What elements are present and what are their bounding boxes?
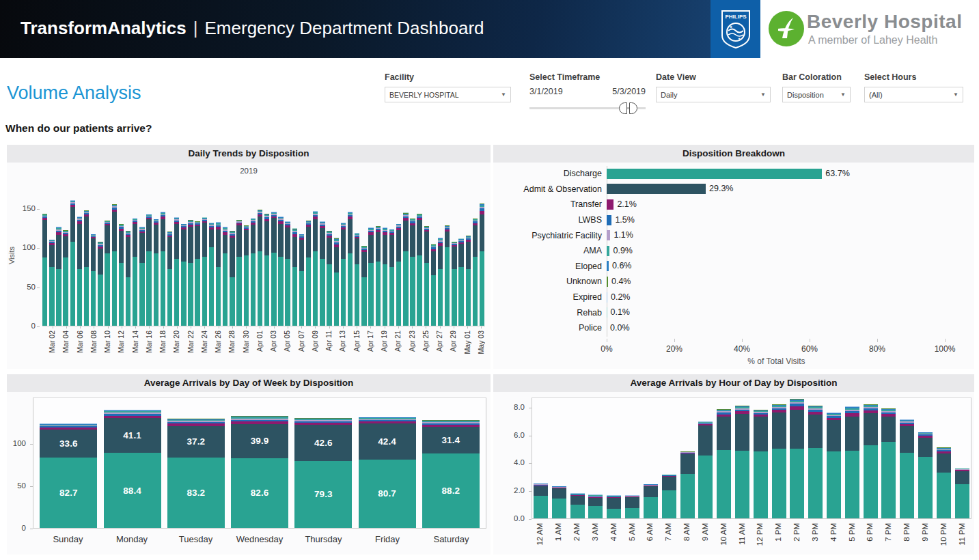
bar-segment-admit-observation[interactable] (417, 220, 422, 255)
bar-segment-admit-observation[interactable] (955, 471, 969, 484)
stacked-bar[interactable] (91, 234, 96, 326)
bar-segment-admit-observation[interactable] (278, 224, 283, 257)
bar-segment-discharge[interactable] (251, 253, 256, 326)
stacked-bar[interactable]: 82.733.6 (40, 423, 97, 528)
bar-segment-admit-observation[interactable] (161, 219, 165, 251)
bar-segment-admit-observation[interactable] (126, 237, 130, 277)
bar-segment-admit-observation[interactable] (105, 225, 109, 253)
stacked-bar[interactable] (133, 219, 137, 326)
bar-segment-discharge[interactable] (139, 263, 144, 326)
bar-segment-discharge[interactable] (772, 449, 786, 518)
bar-segment-discharge[interactable] (126, 277, 130, 326)
stacked-bar[interactable]: 82.639.9 (231, 416, 288, 528)
bar-segment-discharge[interactable] (285, 259, 290, 326)
bar-segment-admit-observation[interactable] (174, 224, 179, 260)
stacked-bar[interactable] (698, 421, 713, 518)
stacked-bar[interactable] (146, 214, 151, 326)
bar-segment-admit-observation[interactable] (376, 232, 381, 262)
stacked-bar[interactable] (313, 211, 318, 326)
stacked-bar[interactable] (383, 227, 387, 326)
breakdown-bar[interactable] (607, 199, 613, 210)
stacked-bar[interactable] (299, 234, 304, 326)
bar-segment-admit-observation[interactable] (264, 221, 269, 255)
bar-segment-discharge[interactable] (754, 451, 768, 518)
bar-segment-admit-observation[interactable] (827, 420, 841, 451)
bar-segment-discharge[interactable] (299, 271, 304, 326)
stacked-bar[interactable] (292, 228, 297, 326)
bar-segment-discharge[interactable] (458, 267, 463, 326)
bar-segment-admit-observation[interactable] (680, 454, 695, 474)
bar-segment-admit-observation[interactable] (334, 247, 339, 272)
bar-segment-admit-observation[interactable] (119, 231, 124, 263)
bar-segment-discharge[interactable] (445, 247, 450, 326)
bar-segment-admit-observation[interactable] (754, 417, 768, 451)
bar-segment-discharge[interactable] (341, 259, 346, 326)
bar-coloration-dropdown[interactable]: Disposition ▼ (782, 87, 851, 102)
bar-segment-admit-observation[interactable] (341, 229, 346, 260)
bar-segment-admit-observation[interactable] (327, 238, 331, 264)
bar-segment-discharge[interactable] (424, 263, 429, 326)
bar-segment-admit-observation[interactable] (84, 216, 89, 267)
stacked-bar[interactable] (955, 468, 969, 518)
stacked-bar[interactable]: 88.441.1 (104, 410, 161, 528)
stacked-bar[interactable] (790, 399, 804, 518)
bar-segment-admit-observation[interactable] (881, 417, 896, 442)
bar-segment-admit-observation[interactable] (271, 218, 276, 253)
bar-segment-discharge[interactable] (431, 275, 436, 326)
bar-segment-admit-observation[interactable] (355, 238, 359, 264)
stacked-bar[interactable] (376, 226, 381, 326)
bar-segment-admit-observation[interactable] (466, 242, 471, 269)
stacked-bar[interactable] (230, 231, 234, 326)
stacked-bar[interactable] (244, 225, 249, 326)
breakdown-bar[interactable] (607, 246, 609, 256)
stacked-bar[interactable] (188, 220, 193, 326)
bar-segment-admit-observation[interactable] (98, 249, 102, 275)
stacked-bar[interactable] (98, 242, 102, 326)
stacked-bar[interactable] (306, 221, 311, 326)
bar-segment-admit-observation[interactable] (552, 488, 566, 499)
stacked-bar[interactable] (285, 221, 290, 326)
bar-segment-admit-observation[interactable] (236, 225, 241, 257)
stacked-bar[interactable] (258, 210, 262, 326)
bar-segment-discharge[interactable] (410, 257, 415, 326)
stacked-bar[interactable]: 88.231.4 (422, 420, 480, 528)
stacked-bar[interactable] (552, 486, 566, 518)
bar-segment-discharge[interactable] (334, 272, 339, 326)
bar-segment-admit-observation[interactable] (285, 227, 290, 259)
stacked-bar[interactable] (480, 204, 484, 326)
bar-segment-discharge[interactable] (937, 473, 951, 518)
bar-segment-discharge[interactable] (348, 253, 353, 326)
bar-segment-discharge[interactable] (625, 508, 639, 518)
breakdown-bar[interactable] (607, 184, 706, 194)
bar-segment-admit-observation[interactable] (299, 240, 304, 271)
bar-segment-discharge[interactable] (174, 259, 179, 326)
bar-segment-discharge[interactable] (355, 264, 359, 326)
bar-segment-discharge[interactable]: 88.4 (104, 453, 161, 528)
bar-segment-discharge[interactable] (452, 269, 456, 326)
bar-segment-admit-observation[interactable]: 42.4 (359, 423, 416, 460)
bar-segment-admit-observation[interactable] (112, 212, 117, 251)
stacked-bar[interactable] (139, 227, 144, 326)
stacked-bar[interactable] (570, 493, 585, 518)
bar-segment-discharge[interactable] (188, 263, 193, 326)
breakdown-bar[interactable] (607, 277, 608, 287)
bar-segment-discharge[interactable] (389, 267, 394, 326)
date-view-dropdown[interactable]: Daily ▼ (656, 87, 771, 102)
stacked-bar[interactable] (49, 240, 54, 326)
bar-segment-admit-observation[interactable] (306, 227, 311, 257)
bar-segment-discharge[interactable] (42, 257, 47, 326)
bar-segment-admit-observation[interactable] (216, 229, 221, 267)
bar-segment-discharge[interactable] (864, 445, 878, 518)
bar-segment-admit-observation[interactable] (473, 225, 478, 257)
bar-segment-discharge[interactable] (534, 496, 548, 518)
bar-segment-discharge[interactable] (735, 451, 749, 518)
bar-segment-admit-observation[interactable] (209, 229, 214, 247)
stacked-bar[interactable] (174, 217, 179, 326)
bar-segment-admit-observation[interactable] (195, 226, 199, 259)
bar-segment-admit-observation[interactable] (845, 417, 859, 451)
bar-segment-admit-observation[interactable] (383, 235, 387, 265)
bar-segment-discharge[interactable] (368, 263, 373, 326)
bar-segment-admit-observation[interactable]: 33.6 (40, 430, 97, 458)
bar-segment-admit-observation[interactable] (452, 247, 456, 269)
bar-segment-admit-observation[interactable] (403, 221, 408, 251)
